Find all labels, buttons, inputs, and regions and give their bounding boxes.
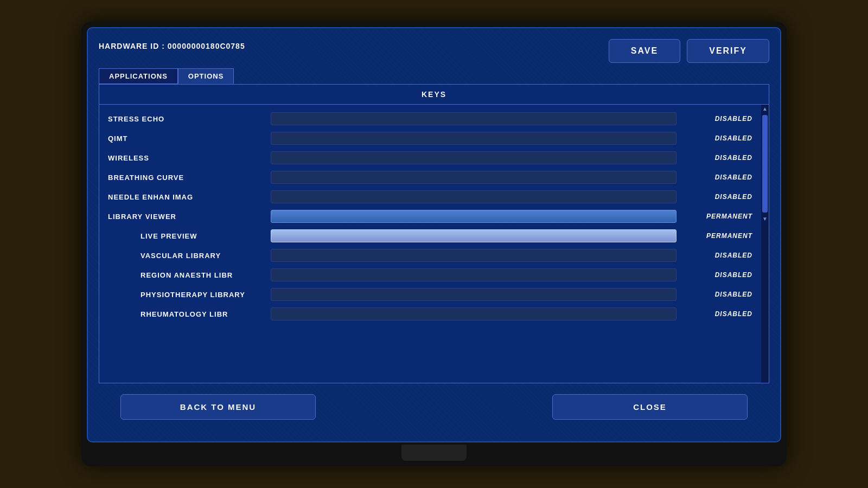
status-label: DISABLED [687, 252, 752, 259]
table-row: WIRELESS DISABLED [99, 148, 761, 168]
back-to-menu-button[interactable]: BACK TO MENU [120, 394, 316, 420]
scrollbar[interactable]: ▲ ▼ [761, 105, 769, 383]
status-label: DISABLED [687, 310, 752, 318]
status-label: PERMANENT [687, 213, 752, 220]
rows-container[interactable]: STRESS ECHO DISABLED QIMT DISABLED [99, 105, 761, 383]
key-bar[interactable] [271, 210, 676, 223]
main-panel: KEYS STRESS ECHO DISABLED QIMT [99, 84, 769, 383]
table-row: LIBRARY VIEWER PERMANENT [99, 207, 761, 226]
feature-name: RHEUMATOLOGY LIBR [108, 310, 260, 318]
key-bar[interactable] [271, 288, 676, 301]
table-row: Physiotherapy Library DISABLED [99, 285, 761, 304]
feature-name: LIVE PREVIEW [108, 232, 260, 240]
key-bar[interactable] [271, 151, 676, 164]
monitor-stand [401, 445, 467, 461]
status-label: DISABLED [687, 115, 752, 123]
status-label: DISABLED [687, 193, 752, 201]
feature-name: LIBRARY VIEWER [108, 213, 260, 221]
tab-options[interactable]: OPTIONS [178, 68, 234, 84]
table-area: STRESS ECHO DISABLED QIMT DISABLED [99, 105, 769, 383]
status-label: DISABLED [687, 174, 752, 181]
tab-applications[interactable]: APPLICATIONS [99, 68, 178, 84]
status-label: DISABLED [687, 154, 752, 162]
table-row: LIVE PREVIEW PERMANENT [99, 226, 761, 246]
key-bar[interactable] [271, 307, 676, 320]
status-label: DISABLED [687, 134, 752, 142]
scroll-thumb[interactable] [762, 115, 768, 213]
verify-button[interactable]: VERIFY [687, 39, 769, 63]
feature-name: VASCULAR LIBRARY [108, 252, 260, 260]
key-bar[interactable] [271, 249, 676, 262]
status-label: DISABLED [687, 291, 752, 298]
table-row: STRESS ECHO DISABLED [99, 109, 761, 129]
status-label: DISABLED [687, 271, 752, 279]
top-buttons: SAVE VERIFY [609, 39, 769, 63]
feature-name: WIRELESS [108, 154, 260, 162]
table-row: QIMT DISABLED [99, 129, 761, 148]
key-bar[interactable] [271, 112, 676, 125]
key-bar[interactable] [271, 229, 676, 242]
scroll-up-icon[interactable]: ▲ [761, 105, 769, 113]
status-label: PERMANENT [687, 232, 752, 240]
table-row: REGION ANAESTH LIBR DISABLED [99, 265, 761, 285]
close-button[interactable]: CLOSE [552, 394, 748, 420]
table-row: RHEUMATOLOGY LIBR DISABLED [99, 304, 761, 324]
table-row: VASCULAR LIBRARY DISABLED [99, 246, 761, 265]
save-button[interactable]: SAVE [609, 39, 680, 63]
key-bar[interactable] [271, 171, 676, 184]
feature-name: BREATHING CURVE [108, 174, 260, 182]
monitor: HARDWARE ID : 00000000180C0785 SAVE VERI… [81, 22, 787, 466]
keys-header: KEYS [99, 85, 769, 105]
scroll-down-icon[interactable]: ▼ [761, 215, 769, 223]
feature-name: REGION ANAESTH LIBR [108, 271, 260, 279]
key-bar[interactable] [271, 190, 676, 203]
screen: HARDWARE ID : 00000000180C0785 SAVE VERI… [87, 27, 781, 442]
key-bar[interactable] [271, 132, 676, 145]
bottom-bar: BACK TO MENU CLOSE [99, 383, 769, 431]
key-bar[interactable] [271, 268, 676, 281]
feature-name: NEEDLE ENHAN IMAG [108, 193, 260, 201]
feature-name: Physiotherapy Library [108, 291, 260, 299]
top-bar: HARDWARE ID : 00000000180C0785 SAVE VERI… [99, 39, 769, 63]
table-row: BREATHING CURVE DISABLED [99, 168, 761, 187]
feature-name: QIMT [108, 134, 260, 143]
feature-name: STRESS ECHO [108, 115, 260, 123]
tabs: APPLICATIONS OPTIONS [99, 68, 769, 84]
table-row: NEEDLE ENHAN IMAG DISABLED [99, 187, 761, 207]
hardware-id: HARDWARE ID : 00000000180C0785 [99, 42, 245, 50]
